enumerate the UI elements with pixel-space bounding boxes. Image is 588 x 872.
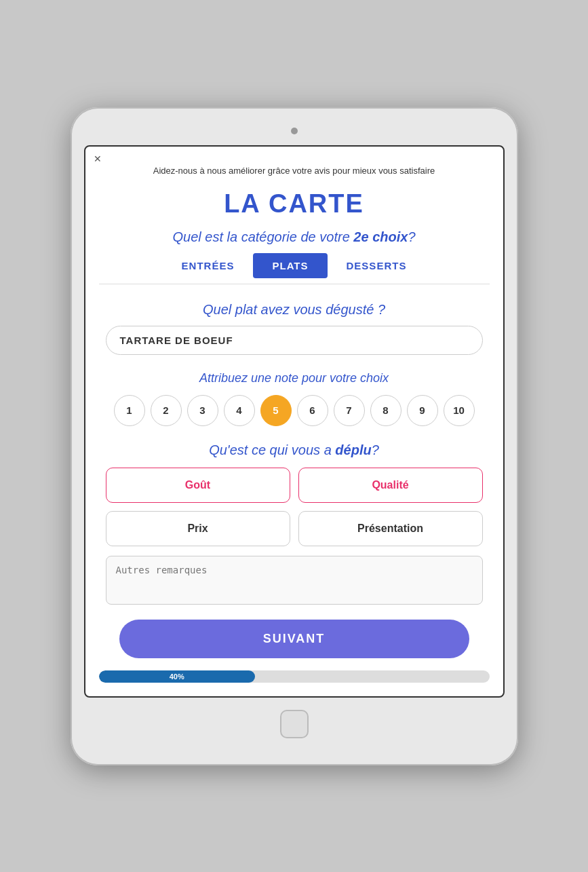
- category-question: Quel est la catégorie de votre 2e choix?: [85, 224, 503, 253]
- tablet: ✕ Aidez-nous à nous améliorer grâce votr…: [71, 107, 518, 765]
- rating-6[interactable]: 6: [297, 395, 328, 426]
- divider: [99, 284, 490, 284]
- dish-select-button[interactable]: TARTARE DE BOEUF: [106, 326, 483, 355]
- rating-1[interactable]: 1: [114, 395, 145, 426]
- rating-10[interactable]: 10: [444, 395, 475, 426]
- tablet-camera: [291, 128, 298, 134]
- progress-bar-wrap: 40%: [99, 670, 490, 683]
- dish-question: Quel plat avez vous dégusté ?: [85, 295, 503, 326]
- options-grid: Goût Qualité Prix Présentation: [106, 468, 483, 546]
- rating-4[interactable]: 4: [224, 395, 255, 426]
- option-presentation[interactable]: Présentation: [298, 511, 483, 546]
- suivant-button[interactable]: SUIVANT: [119, 620, 469, 658]
- dish-select-wrapper: TARTARE DE BOEUF: [106, 326, 483, 355]
- tablet-screen: ✕ Aidez-nous à nous améliorer grâce votr…: [84, 145, 505, 698]
- rating-question: Attribuez une note pour votre choix: [85, 368, 503, 395]
- rating-5[interactable]: 5: [260, 395, 292, 426]
- main-title: LA CARTE: [85, 183, 503, 224]
- rating-row: 1 2 3 4 5 6 7 8 9 10: [85, 395, 503, 438]
- option-prix[interactable]: Prix: [106, 511, 290, 546]
- subtitle-bar: Aidez-nous à nous améliorer grâce votre …: [85, 147, 503, 183]
- tab-entrees[interactable]: ENTRÉES: [163, 253, 254, 278]
- tabs-row: ENTRÉES PLATS DESSERTS: [85, 253, 503, 278]
- progress-label: 40%: [170, 672, 184, 681]
- rating-8[interactable]: 8: [370, 395, 401, 426]
- remarks-area: [106, 556, 483, 607]
- rating-7[interactable]: 7: [334, 395, 365, 426]
- rating-9[interactable]: 9: [407, 395, 438, 426]
- option-qualite[interactable]: Qualité: [298, 468, 483, 503]
- deplu-question: Qu'est ce qui vous a déplu?: [85, 438, 503, 468]
- rating-3[interactable]: 3: [187, 395, 218, 426]
- close-button[interactable]: ✕: [94, 153, 102, 164]
- remarks-textarea[interactable]: [106, 556, 483, 605]
- option-gout[interactable]: Goût: [106, 468, 290, 503]
- tab-desserts[interactable]: DESSERTS: [328, 253, 426, 278]
- rating-2[interactable]: 2: [151, 395, 182, 426]
- progress-bar-fill: 40%: [99, 670, 255, 683]
- tab-plats[interactable]: PLATS: [253, 253, 327, 278]
- tablet-home-button[interactable]: [280, 710, 309, 738]
